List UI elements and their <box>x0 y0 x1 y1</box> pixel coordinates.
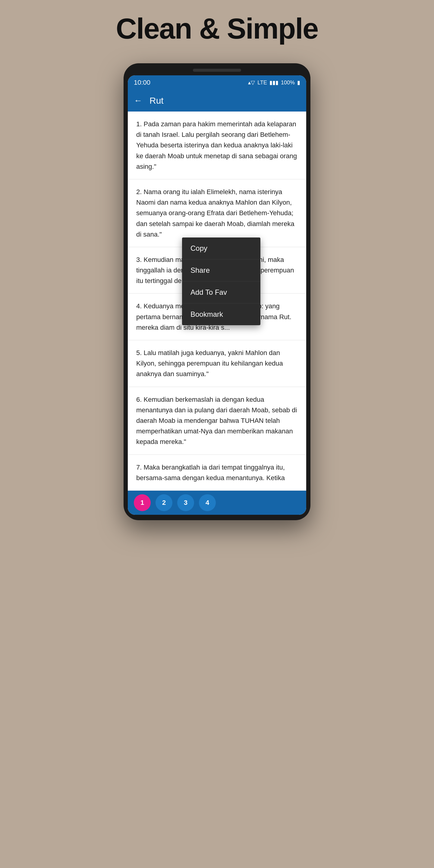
verse-text-7: Maka berangkatlah ia dari tempat tinggal… <box>136 464 285 482</box>
chapter-btn-2[interactable]: 2 <box>156 494 173 511</box>
verse-number-1: 1. <box>136 120 142 128</box>
status-icons: ▴▽ LTE ▮▮▮ 100% ▮ <box>248 79 300 86</box>
content-area: 1. Pada zaman para hakim memerintah ada … <box>128 112 306 491</box>
verse-number-5: 5. <box>136 349 142 356</box>
chapter-btn-1[interactable]: 1 <box>134 494 151 511</box>
verse-text-1: Pada zaman para hakim memerintah ada kel… <box>136 120 297 170</box>
battery-label: 100% <box>281 80 295 86</box>
verse-number-4: 4. <box>136 302 142 310</box>
context-menu-copy[interactable]: Copy <box>182 238 260 259</box>
verse-number-3: 3. <box>136 256 142 264</box>
verse-text-5: Lalu matilah juga keduanya, yakni Mahlon… <box>136 349 283 378</box>
back-button[interactable]: ← <box>134 96 142 105</box>
verse-number-6: 6. <box>136 396 142 403</box>
status-time: 10:00 <box>134 79 150 87</box>
context-menu-share[interactable]: Share <box>182 259 260 281</box>
bottom-nav: 1 2 3 4 <box>128 491 306 515</box>
chapter-btn-3[interactable]: 3 <box>177 494 194 511</box>
phone-screen: 10:00 ▴▽ LTE ▮▮▮ 100% ▮ ← Rut 1. Pada za… <box>128 75 306 515</box>
app-bar: ← Rut <box>128 90 306 112</box>
phone-frame: 10:00 ▴▽ LTE ▮▮▮ 100% ▮ ← Rut 1. Pada za… <box>124 63 310 520</box>
verse-number-2: 2. <box>136 188 142 195</box>
page-title: Clean & Simple <box>116 12 318 45</box>
lte-label: LTE <box>257 80 267 86</box>
status-bar: 10:00 ▴▽ LTE ▮▮▮ 100% ▮ <box>128 75 306 90</box>
verse-2[interactable]: 2. Nama orang itu ialah Elimelekh, nama … <box>128 179 306 247</box>
context-menu: Copy Share Add To Fav Bookmark <box>182 238 260 325</box>
context-menu-bookmark[interactable]: Bookmark <box>182 304 260 325</box>
verse-7[interactable]: 7. Maka berangkatlah ia dari tempat ting… <box>128 455 306 491</box>
verse-text-2: Nama orang itu ialah Elimelekh, nama ist… <box>136 188 294 238</box>
context-menu-add-to-fav[interactable]: Add To Fav <box>182 281 260 304</box>
verse-1[interactable]: 1. Pada zaman para hakim memerintah ada … <box>128 112 306 179</box>
verse-5[interactable]: 5. Lalu matilah juga keduanya, yakni Mah… <box>128 340 306 387</box>
verse-text-6: Kemudian berkemaslah ia dengan kedua men… <box>136 396 297 446</box>
app-bar-title: Rut <box>150 96 164 106</box>
verse-6[interactable]: 6. Kemudian berkemaslah ia dengan kedua … <box>128 387 306 455</box>
phone-notch <box>193 69 241 72</box>
wifi-icon: ▴▽ <box>248 79 255 86</box>
signal-icon: ▮▮▮ <box>270 79 278 86</box>
battery-icon: ▮ <box>297 79 300 86</box>
chapter-btn-4[interactable]: 4 <box>199 494 216 511</box>
verse-number-7: 7. <box>136 464 142 471</box>
